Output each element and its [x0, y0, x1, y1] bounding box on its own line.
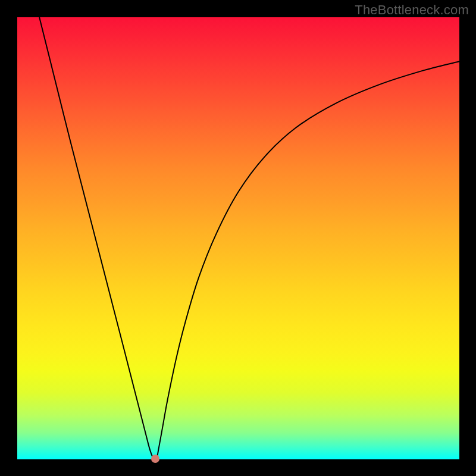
optimal-marker-dot — [151, 455, 159, 463]
chart-plot-area — [17, 17, 459, 459]
bottleneck-curve — [17, 17, 459, 459]
attribution-label: TheBottleneck.com — [355, 2, 469, 18]
